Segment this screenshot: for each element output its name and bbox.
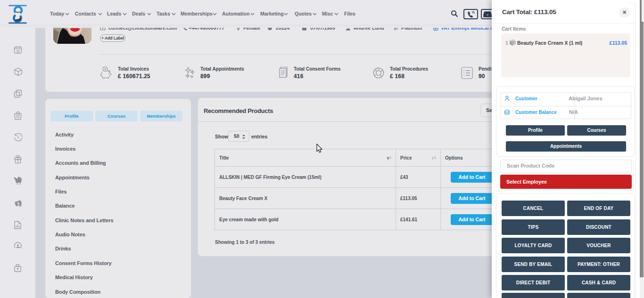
svg-text:$: $ bbox=[104, 67, 106, 71]
svg-text:12: 12 bbox=[16, 49, 20, 53]
